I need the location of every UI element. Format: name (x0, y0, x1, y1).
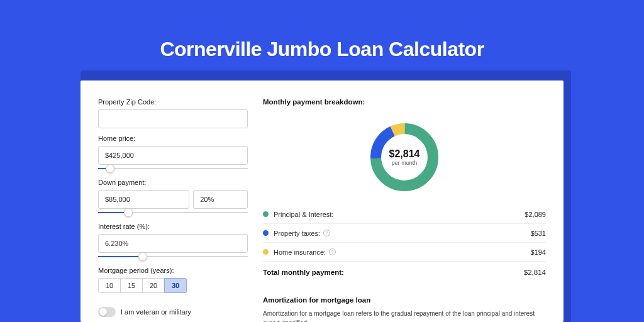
period-option-20[interactable]: 20 (142, 278, 165, 293)
inputs-column: Property Zip Code: Home price: Down paym… (98, 96, 248, 307)
zip-label: Property Zip Code: (98, 98, 248, 106)
breakdown-label: Principal & Interest: (274, 211, 525, 218)
price-input[interactable] (98, 146, 248, 165)
price-slider[interactable] (98, 166, 248, 172)
breakdown-row-taxes: Property taxes: ? $531 (263, 224, 546, 243)
down-slider-thumb[interactable] (124, 208, 133, 217)
donut-sub: per month (389, 160, 420, 166)
total-value: $2,814 (524, 269, 546, 276)
dot-icon (263, 249, 269, 255)
calculator-card: Property Zip Code: Home price: Down paym… (80, 80, 564, 322)
veteran-label: I am veteran or military (121, 308, 191, 316)
veteran-toggle[interactable] (98, 307, 116, 317)
info-icon[interactable]: ? (329, 248, 336, 255)
breakdown-value: $531 (531, 230, 546, 237)
info-icon[interactable]: ? (323, 230, 330, 236)
price-label: Home price: (98, 135, 248, 142)
breakdown-row-insurance: Home insurance: ? $194 (263, 243, 546, 262)
dot-icon (263, 211, 269, 217)
breakdown-label: Home insurance: ? (274, 248, 531, 256)
rate-slider-thumb[interactable] (138, 252, 147, 261)
donut-amount: $2,814 (389, 148, 420, 160)
donut-center: $2,814 per month (389, 148, 420, 166)
breakdown-row-principal: Principal & Interest: $2,089 (263, 205, 546, 224)
period-label: Mortgage period (years): (98, 267, 248, 274)
breakdown-value: $194 (531, 248, 546, 256)
price-slider-thumb[interactable] (106, 164, 114, 173)
toggle-knob (99, 308, 107, 316)
results-column: Monthly payment breakdown: $2,814 per mo… (263, 96, 546, 307)
period-buttons: 10 15 20 30 (98, 278, 248, 293)
total-label: Total monthly payment: (263, 269, 524, 276)
breakdown-total-row: Total monthly payment: $2,814 (263, 261, 546, 282)
breakdown-value: $2,089 (525, 211, 546, 218)
down-amount-input[interactable] (98, 190, 189, 209)
down-label: Down payment: (98, 179, 248, 186)
rate-slider[interactable] (98, 254, 248, 260)
donut-chart: $2,814 per month (367, 119, 442, 195)
down-slider[interactable] (98, 210, 248, 216)
period-option-10[interactable]: 10 (98, 278, 121, 293)
dot-icon (263, 230, 269, 236)
page-title: Cornerville Jumbo Loan Calculator (0, 0, 644, 61)
donut-chart-wrap: $2,814 per month (263, 113, 546, 205)
rate-label: Interest rate (%): (98, 223, 248, 230)
rate-input[interactable] (98, 234, 248, 253)
page-background: Cornerville Jumbo Loan Calculator Proper… (0, 0, 644, 322)
down-pct-input[interactable] (193, 190, 248, 209)
breakdown-label: Property taxes: ? (274, 230, 531, 237)
amortization-heading: Amortization for mortgage loan (263, 296, 546, 304)
period-option-30[interactable]: 30 (164, 278, 187, 293)
zip-input[interactable] (98, 109, 248, 128)
amortization-body: Amortization for a mortgage loan refers … (263, 309, 546, 322)
period-option-15[interactable]: 15 (120, 278, 143, 293)
veteran-row: I am veteran or military (98, 307, 248, 317)
breakdown-title: Monthly payment breakdown: (263, 98, 546, 106)
